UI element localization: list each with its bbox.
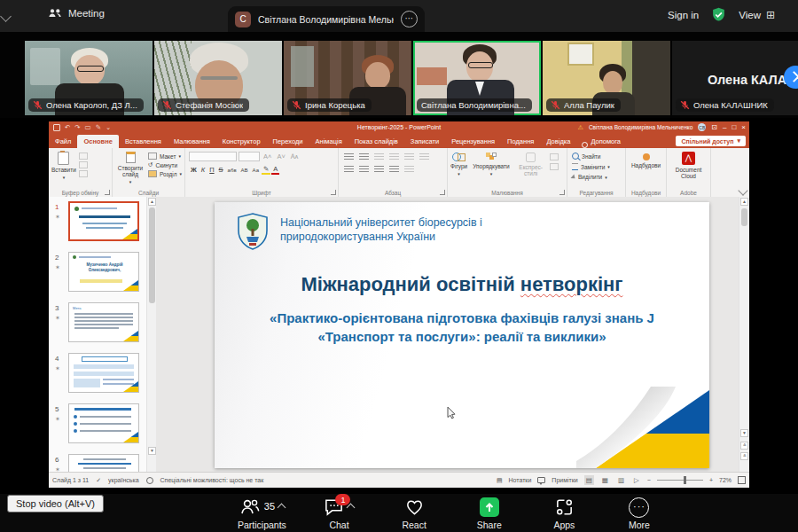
comments-toggle[interactable]: Примітки [552, 477, 577, 483]
tab-transitions[interactable]: Переходи [267, 135, 309, 148]
arrange-button[interactable]: Упорядкувати▾ [470, 150, 512, 176]
align-left-icon[interactable] [344, 166, 354, 173]
collapse-chevron-icon[interactable] [0, 11, 12, 22]
slide-thumbnail-1[interactable] [68, 201, 139, 241]
slide-thumbnail-3[interactable]: Мета [68, 302, 139, 342]
spellcheck-icon[interactable]: ✓ [96, 477, 101, 484]
tab-home[interactable]: Основне [77, 135, 118, 148]
shape-outline-icon[interactable] [550, 163, 559, 170]
indent-increase-icon[interactable] [389, 153, 399, 160]
scroll-up-icon[interactable]: ▲ [148, 198, 156, 206]
indent-decrease-icon[interactable] [374, 153, 384, 160]
participant-video[interactable]: Ірина Корецька [284, 41, 411, 115]
text-direction-icon[interactable] [419, 153, 429, 160]
restore-button[interactable]: □ [732, 123, 736, 131]
new-slide-button[interactable]: Створити слайд▾ [113, 149, 148, 184]
quick-styles-button[interactable]: Експрес-стилі [512, 150, 550, 176]
font-name-box[interactable] [189, 152, 237, 161]
underline-button[interactable]: П [207, 166, 215, 174]
panel-scrollbar[interactable]: ▲ ▼ [146, 197, 156, 472]
notes-toggle[interactable]: Нотатки [509, 477, 532, 483]
tell-me-box[interactable]: Допомога [591, 135, 627, 148]
warning-icon[interactable]: ⚠ [578, 124, 583, 131]
numbering-icon[interactable] [359, 153, 369, 160]
text-shadow-button[interactable]: абв [226, 168, 239, 173]
next-slide-icon[interactable]: ≚ [740, 452, 748, 460]
tab-record[interactable]: Записати [404, 135, 445, 148]
share-access-button[interactable]: Спільний доступ ▾ [676, 136, 746, 146]
dialog-launcher-icon[interactable] [105, 190, 110, 195]
scroll-down-icon[interactable]: ▼ [740, 429, 748, 437]
clear-format-icon[interactable]: 🗛 [289, 153, 301, 161]
dialog-launcher-icon[interactable] [559, 190, 565, 195]
dialog-launcher-icon[interactable] [331, 190, 336, 195]
participants-chevron-icon[interactable] [278, 504, 286, 512]
format-painter-icon[interactable] [79, 170, 88, 177]
tab-design[interactable]: Конструктор [216, 135, 267, 148]
tab-insert[interactable]: Вставлення [119, 135, 168, 148]
accessibility-status[interactable]: Спеціальні можливості: щось не так [160, 477, 264, 483]
slide-thumbnail-2[interactable]: Музиченко Андрій Олександрович, [68, 252, 139, 292]
tab-slideshow[interactable]: Показ слайдів [348, 135, 404, 148]
account-name[interactable]: Світлана Володимирівна Мельниченко [589, 124, 692, 130]
zoom-slider-thumb[interactable] [684, 476, 686, 484]
editor-scrollbar[interactable]: ▲ ▼ ≙ ≚ [739, 197, 749, 472]
slide-thumbnail-4[interactable] [68, 353, 139, 393]
justify-icon[interactable] [389, 166, 399, 173]
font-color-button[interactable]: А [271, 165, 279, 175]
collapse-ribbon-icon[interactable] [738, 185, 747, 195]
decrease-font-icon[interactable]: А˅ [275, 153, 286, 160]
share-screen-button[interactable]: Share [467, 497, 512, 530]
slide-thumbnail-6[interactable] [68, 454, 139, 472]
strikethrough-button[interactable]: S [217, 166, 225, 174]
security-shield-icon[interactable] [711, 7, 726, 22]
participant-video[interactable]: Стефанія Мосіюк [154, 41, 282, 115]
bullets-icon[interactable] [344, 153, 354, 160]
zoom-level[interactable]: 72% [719, 477, 732, 483]
align-right-icon[interactable] [374, 166, 384, 173]
participant-video-active-speaker[interactable]: Світлана Володимирівна... [413, 41, 541, 115]
line-spacing-icon[interactable] [404, 153, 414, 160]
fit-to-window-icon[interactable] [738, 476, 746, 484]
scrollbar-thumb[interactable] [149, 207, 155, 303]
section-button[interactable]: Розділ▾ [148, 170, 182, 177]
zoom-in-button[interactable]: + [709, 477, 713, 483]
change-case-button[interactable]: Аа [251, 168, 261, 173]
slide-org-text[interactable]: Національний університет біоресурсів і п… [280, 215, 528, 244]
sign-in-button[interactable]: Sign in [668, 10, 699, 20]
more-button[interactable]: ··· More [617, 497, 661, 530]
tab-file[interactable]: Файл [49, 135, 77, 148]
current-slide[interactable]: Національний університет біоресурсів і п… [215, 202, 709, 468]
react-button[interactable]: React [392, 497, 436, 530]
tab-view[interactable]: Подання [501, 135, 540, 148]
previous-slide-icon[interactable]: ≙ [740, 442, 748, 450]
participants-button[interactable]: 35 Participants [238, 497, 286, 530]
cut-icon[interactable] [79, 153, 88, 160]
tab-review[interactable]: Рецензування [445, 135, 501, 148]
copy-icon[interactable] [79, 161, 88, 168]
italic-button[interactable]: К [200, 166, 207, 174]
scroll-up-icon[interactable]: ▲ [740, 198, 748, 206]
meeting-tab[interactable]: Meeting [48, 8, 105, 19]
shapes-button[interactable]: Фігури▾ [448, 150, 470, 176]
paste-button[interactable]: Вставити▾ [49, 149, 79, 180]
dialog-launcher-icon[interactable] [440, 190, 445, 195]
find-button[interactable]: Знайти [572, 153, 625, 160]
reading-view-icon[interactable]: ▥ [616, 475, 626, 485]
minimize-button[interactable]: – [723, 123, 726, 131]
session-more-icon[interactable]: ⋯ [401, 11, 418, 27]
slide-thumbnail-5[interactable] [68, 403, 139, 443]
document-cloud-button[interactable]: ⋀ Document Cloud [667, 149, 710, 179]
participant-video[interactable]: Олена Каролоп, ДЗ Л... [25, 41, 153, 115]
char-spacing-button[interactable]: АВ [239, 168, 250, 173]
highlight-color-button[interactable]: ✎ [262, 165, 270, 175]
view-grid-icon[interactable]: ⊞ [766, 9, 775, 21]
chat-chevron-icon[interactable] [347, 504, 356, 512]
apps-button[interactable]: Apps [542, 497, 586, 530]
layout-button[interactable]: Макет▾ [148, 153, 182, 160]
select-button[interactable]: Виділити▾ [572, 174, 625, 180]
tab-animations[interactable]: Анімація [309, 135, 348, 148]
scroll-down-icon[interactable]: ▼ [148, 447, 156, 455]
close-button[interactable]: × [741, 123, 746, 131]
align-center-icon[interactable] [359, 166, 369, 173]
